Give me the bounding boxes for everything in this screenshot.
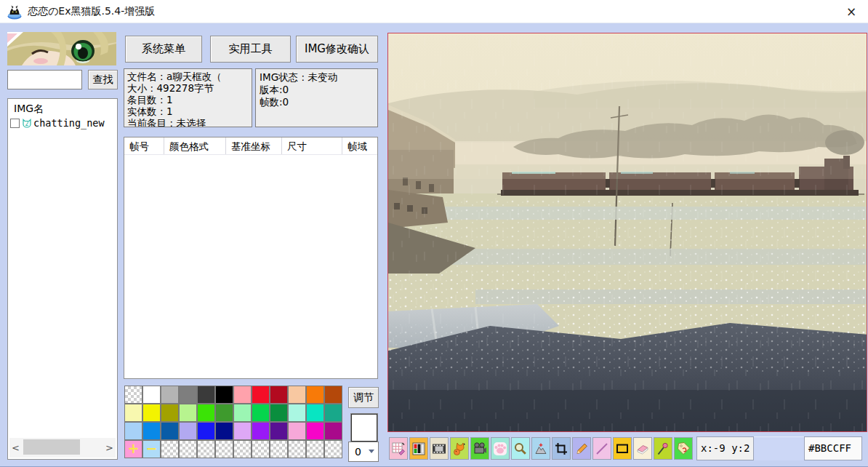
palette-cell-transparent[interactable] (288, 440, 306, 458)
palette-add-button[interactable]: + (124, 440, 142, 458)
palette-tool-button[interactable] (409, 437, 428, 460)
close-button[interactable]: × (835, 0, 868, 23)
img-list[interactable]: IMG名 2 chatting_new < > (7, 98, 118, 460)
palette-cell[interactable] (179, 386, 197, 404)
palette-cell[interactable] (197, 386, 215, 404)
item-checkbox[interactable] (10, 119, 20, 128)
palette-cell[interactable] (288, 422, 306, 440)
palette-cell-transparent[interactable] (215, 440, 233, 458)
palette-cell-transparent[interactable] (233, 440, 252, 458)
list-item[interactable]: 2 chatting_new (10, 116, 105, 129)
palette-cell[interactable] (142, 404, 161, 422)
palette-cell[interactable] (142, 422, 161, 440)
palette-cell[interactable] (324, 386, 342, 404)
app-cat-icon (7, 4, 23, 20)
paw-tool-button[interactable] (491, 437, 510, 460)
palette-cell[interactable] (306, 404, 324, 422)
utility-tools-button[interactable]: 实用工具 (210, 36, 291, 63)
preview-canvas[interactable] (387, 33, 867, 432)
palette-cell[interactable] (197, 422, 215, 440)
animation-tool-button[interactable] (470, 437, 489, 460)
tag-icon (676, 442, 691, 456)
palette-cell-transparent[interactable] (197, 440, 215, 458)
palette-cell-transparent[interactable] (324, 440, 342, 458)
palette-cell-transparent[interactable] (161, 440, 179, 458)
rect-tool-button[interactable] (613, 437, 632, 460)
palette-cell[interactable] (306, 386, 324, 404)
palette-cell-transparent[interactable] (124, 386, 142, 404)
zoom-tool-button[interactable] (511, 437, 530, 460)
palette-cell[interactable] (215, 422, 233, 440)
pencil-tool-button[interactable] (572, 437, 591, 460)
find-button[interactable]: 查找 (88, 70, 118, 89)
palette-cell[interactable] (197, 404, 215, 422)
eraser-tool-button[interactable] (633, 437, 652, 460)
eyedropper-tool-button[interactable] (654, 437, 672, 460)
palette-cell[interactable] (233, 404, 252, 422)
line-tool-button[interactable] (592, 437, 611, 460)
img-framecount-line: 帧数:0 (260, 96, 374, 108)
palette-cell[interactable] (270, 386, 288, 404)
palette-cell-transparent[interactable] (179, 440, 197, 458)
col-size[interactable]: 尺寸 (282, 137, 342, 154)
palette-cell[interactable] (124, 422, 142, 440)
horizontal-scrollbar[interactable]: < > (9, 438, 116, 458)
palette-cell-transparent[interactable] (306, 440, 324, 458)
palette-cell-transparent[interactable] (252, 440, 270, 458)
palette-cell[interactable] (233, 422, 252, 440)
palette-cell[interactable] (252, 386, 270, 404)
rectangle-icon (615, 442, 630, 456)
palette-cell[interactable] (270, 404, 288, 422)
palette-remove-button[interactable]: − (142, 440, 161, 458)
file-info-panel: 文件名：a聊天框改（ 大小：492278字节 条目数：1 实体数：1 当前条目：… (124, 68, 252, 127)
crop-icon (554, 442, 568, 456)
frame-table[interactable]: 帧号 颜色格式 基准坐标 尺寸 帧域 (124, 137, 378, 379)
palette-cell[interactable] (252, 422, 270, 440)
palette-cell[interactable] (179, 422, 197, 440)
palette-cell[interactable] (270, 422, 288, 440)
palette-cell[interactable] (179, 404, 197, 422)
palette-cell[interactable] (288, 404, 306, 422)
palette-cell-transparent[interactable] (270, 440, 288, 458)
palette-cell[interactable] (288, 386, 306, 404)
palette-cell[interactable] (233, 386, 252, 404)
frame-table-body[interactable] (124, 155, 377, 379)
current-color-swatch[interactable] (351, 414, 377, 442)
palette-cell[interactable] (215, 404, 233, 422)
scroll-left-arrow-icon[interactable]: < (9, 438, 22, 458)
img-modify-confirm-button[interactable]: IMG修改确认 (296, 36, 378, 63)
scrollbar-track[interactable] (22, 438, 103, 458)
canvas-edit-button[interactable] (389, 437, 408, 460)
palette-cell[interactable] (324, 404, 342, 422)
palette-cell[interactable] (161, 386, 179, 404)
palette-cell[interactable] (161, 422, 179, 440)
palette-cell[interactable] (324, 422, 342, 440)
palette-cell[interactable] (124, 404, 142, 422)
cats-icon (452, 442, 467, 456)
scroll-right-arrow-icon[interactable]: > (103, 438, 116, 458)
terrain-tool-button[interactable] (531, 437, 550, 460)
palette-cell[interactable] (252, 404, 270, 422)
col-frame-number[interactable]: 帧号 (124, 137, 164, 154)
scrollbar-thumb[interactable] (23, 439, 80, 455)
palette-cell[interactable] (306, 422, 324, 440)
filmstrip-icon (432, 442, 446, 456)
palette-cell[interactable] (161, 404, 179, 422)
col-color-format[interactable]: 颜色格式 (164, 137, 226, 154)
search-input[interactable] (7, 70, 82, 89)
eyedropper-icon (656, 442, 670, 456)
col-base-coord[interactable]: 基准坐标 (226, 137, 282, 154)
col-frame-area[interactable]: 帧域 (342, 137, 378, 154)
file-name-line: 文件名：a聊天框改（ (127, 71, 249, 82)
layer-select[interactable]: 0 (348, 442, 379, 462)
adjust-button[interactable]: 调节 (348, 387, 379, 408)
filmstrip-tool-button[interactable] (430, 437, 449, 460)
palette-cell[interactable] (142, 386, 161, 404)
crop-tool-button[interactable] (552, 437, 571, 460)
system-menu-button[interactable]: 系统菜单 (125, 36, 202, 63)
tag-tool-button[interactable] (674, 437, 693, 460)
entry-count-line: 条目数：1 (127, 94, 249, 105)
cat-tool-button[interactable] (450, 437, 469, 460)
palette-cell[interactable] (215, 386, 233, 404)
line-icon (595, 442, 609, 456)
